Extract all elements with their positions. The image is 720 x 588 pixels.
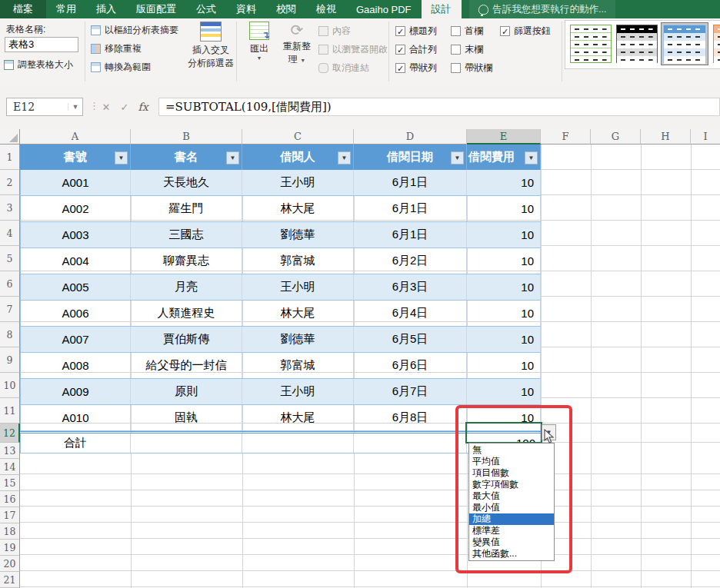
- row-header[interactable]: 15: [0, 475, 20, 491]
- row-header[interactable]: 7: [0, 297, 20, 322]
- row-header[interactable]: 11: [0, 398, 20, 424]
- first-column-checkbox[interactable]: 首欄: [451, 25, 483, 38]
- table-cell[interactable]: 劉德華: [242, 327, 354, 352]
- table-style-orange-thumbnail[interactable]: [713, 25, 720, 63]
- tab-insert[interactable]: 插入: [86, 0, 126, 18]
- row-header[interactable]: 21: [0, 572, 20, 588]
- tab-gaaiho-pdf[interactable]: Gaaiho PDF: [346, 0, 422, 18]
- table-cell[interactable]: 原則: [131, 379, 242, 404]
- table-cell[interactable]: 天長地久: [131, 170, 242, 195]
- table-cell[interactable]: 月亮: [131, 274, 242, 300]
- tell-me-box[interactable]: 告訴我您想要執行的動作...: [469, 0, 616, 18]
- filter-dropdown-button[interactable]: ▼: [451, 151, 464, 164]
- table-cell[interactable]: 郭富城: [242, 353, 354, 378]
- table-cell[interactable]: A004: [20, 248, 131, 274]
- table-cell[interactable]: 6月8日: [354, 405, 467, 430]
- table-cell[interactable]: 固執: [131, 405, 242, 430]
- select-all-corner[interactable]: [0, 129, 20, 145]
- dropdown-item[interactable]: 無: [469, 444, 554, 456]
- dropdown-item[interactable]: 其他函數...: [469, 548, 554, 560]
- dropdown-item[interactable]: 數字項個數: [469, 479, 554, 490]
- table-cell[interactable]: 10: [467, 196, 541, 221]
- table-header-cell[interactable]: 借閱日期 ▼: [354, 145, 467, 170]
- table-header-cell[interactable]: 借閱費用 ▼: [467, 145, 541, 170]
- banded-rows-checkbox[interactable]: ✓ 帶狀列: [395, 61, 437, 75]
- filter-dropdown-button[interactable]: ▼: [338, 151, 351, 164]
- table-cell[interactable]: 郭富城: [242, 248, 354, 274]
- row-header-12-selected[interactable]: 12: [0, 424, 20, 443]
- tab-home[interactable]: 常用: [46, 0, 86, 18]
- enter-formula-icon[interactable]: ✓: [115, 98, 134, 116]
- table-header-cell[interactable]: 借閱人 ▼: [242, 145, 354, 170]
- table-cell[interactable]: 10: [467, 327, 541, 352]
- table-cell[interactable]: 6月1日: [354, 222, 467, 247]
- table-cell[interactable]: [354, 434, 467, 453]
- table-cell[interactable]: 6月7日: [354, 379, 467, 404]
- table-cell[interactable]: 10: [467, 248, 541, 274]
- column-header-d[interactable]: D: [354, 129, 467, 145]
- refresh-button[interactable]: ⟳ 重新整 理 ▼: [278, 22, 315, 66]
- table-cell[interactable]: 6月1日: [354, 170, 467, 195]
- table-cell[interactable]: A010: [20, 405, 131, 430]
- table-cell[interactable]: [131, 434, 242, 453]
- row-header[interactable]: 8: [0, 322, 20, 347]
- table-cell[interactable]: A005: [20, 274, 131, 300]
- table-cell[interactable]: 10: [467, 222, 541, 247]
- table-cell[interactable]: 王小明: [242, 379, 354, 404]
- name-box[interactable]: E12 ▼: [6, 98, 83, 116]
- filter-button-checkbox[interactable]: ✓ 篩選按鈕: [500, 25, 551, 38]
- filter-dropdown-button[interactable]: ▼: [525, 151, 538, 164]
- total-row-checkbox[interactable]: ✓ 合計列: [395, 43, 437, 56]
- row-header[interactable]: 19: [0, 540, 20, 556]
- row-header[interactable]: 2: [0, 170, 20, 195]
- tab-page-layout[interactable]: 版面配置: [126, 0, 186, 18]
- row-header[interactable]: 20: [0, 556, 20, 572]
- tab-review[interactable]: 校閱: [266, 0, 306, 18]
- row-header[interactable]: 16: [0, 491, 20, 507]
- table-cell[interactable]: A009: [20, 379, 131, 404]
- column-header-a[interactable]: A: [20, 129, 131, 145]
- table-style-dark-thumbnail[interactable]: [616, 25, 658, 63]
- insert-slicer-button[interactable]: 插入交叉 分析篩選器: [187, 22, 235, 70]
- row-header[interactable]: 3: [0, 195, 20, 221]
- dropdown-item[interactable]: 項目個數: [469, 467, 554, 479]
- table-cell[interactable]: 林大尾: [242, 405, 354, 430]
- resize-table-button[interactable]: 調整表格大小: [4, 58, 73, 71]
- tab-view[interactable]: 檢視: [306, 0, 346, 18]
- row-header[interactable]: 14: [0, 459, 20, 475]
- table-cell[interactable]: [242, 434, 354, 453]
- table-header-cell[interactable]: 書名 ▼: [131, 145, 242, 170]
- dropdown-item-selected[interactable]: 加總: [469, 513, 554, 525]
- formula-input[interactable]: =SUBTOTAL(109,[借閱費用]): [158, 98, 720, 116]
- table-cell[interactable]: 6月4日: [354, 301, 467, 326]
- row-header[interactable]: 4: [0, 221, 20, 246]
- cancel-formula-icon[interactable]: ✕: [97, 98, 115, 116]
- dropdown-item[interactable]: 平均值: [469, 456, 554, 467]
- table-cell[interactable]: A001: [20, 170, 131, 195]
- row-header[interactable]: 18: [0, 523, 20, 540]
- table-cell[interactable]: 劉德華: [242, 222, 354, 247]
- row-header[interactable]: 10: [0, 373, 20, 398]
- filter-dropdown-button[interactable]: ▼: [226, 151, 239, 164]
- column-header-f[interactable]: F: [541, 129, 591, 145]
- table-cell[interactable]: 聊齋異志: [131, 248, 242, 274]
- table-cell[interactable]: 羅生門: [131, 196, 242, 221]
- remove-duplicates-button[interactable]: 移除重複: [91, 42, 142, 55]
- export-button[interactable]: ↴ 匯出 ▼: [242, 22, 276, 61]
- summarize-pivot-button[interactable]: 以樞紐分析表摘要: [91, 24, 178, 37]
- name-box-dropdown-icon[interactable]: ▼: [68, 103, 82, 111]
- table-cell[interactable]: 王小明: [242, 274, 354, 300]
- table-cell[interactable]: 6月5日: [354, 327, 467, 352]
- table-cell[interactable]: 王小明: [242, 170, 354, 195]
- table-cell[interactable]: 10: [467, 274, 541, 300]
- table-cell[interactable]: 人類進程史: [131, 301, 242, 326]
- table-cell[interactable]: 賈伯斯傳: [131, 327, 242, 352]
- tab-file[interactable]: 檔案: [0, 0, 46, 18]
- row-header[interactable]: 13: [0, 443, 20, 459]
- table-cell[interactable]: 6月6日: [354, 353, 467, 378]
- table-cell[interactable]: 10: [467, 379, 541, 404]
- header-row-checkbox[interactable]: ✓ 標題列: [395, 25, 437, 38]
- column-header-i[interactable]: I: [691, 129, 720, 145]
- table-cell[interactable]: 林大尾: [242, 196, 354, 221]
- filter-dropdown-button[interactable]: ▼: [115, 151, 128, 164]
